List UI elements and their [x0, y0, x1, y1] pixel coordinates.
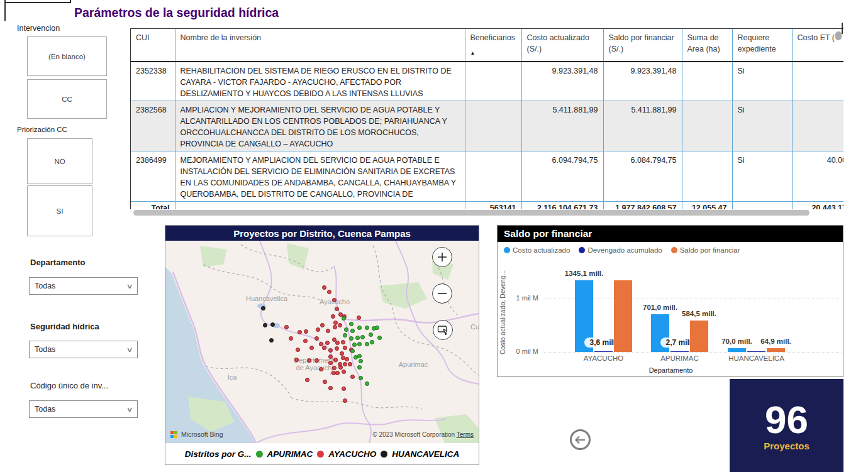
map-dot-apurimac[interactable] — [359, 376, 363, 380]
map-canvas[interactable]: HuancavelicaAyacuchoDepartamento de Ayac… — [165, 241, 479, 443]
map-dot-apurimac[interactable] — [365, 326, 369, 330]
map-dot-ayacucho[interactable] — [332, 298, 337, 302]
map-dot-ayacucho[interactable] — [314, 336, 319, 341]
map-dot-ayacucho[interactable] — [326, 329, 330, 333]
map-dot-apurimac[interactable] — [377, 336, 382, 340]
table-row[interactable]: 2352338REHABILITACION DEL SISTEMA DE RIE… — [131, 62, 843, 101]
back-button[interactable] — [570, 429, 591, 450]
map-dot-apurimac[interactable] — [375, 326, 379, 330]
lasso-select-button[interactable] — [433, 320, 453, 340]
map-dot-apurimac[interactable] — [343, 333, 347, 338]
dropdown-codigo[interactable]: Todas ∨ — [29, 400, 138, 418]
map-dot-apurimac[interactable] — [350, 329, 355, 333]
map-dot-ayacucho[interactable] — [284, 325, 289, 329]
column-header[interactable]: CUI — [131, 29, 175, 62]
map-dot-huancavelica[interactable] — [263, 323, 267, 327]
slicer-option-cc[interactable]: CC — [27, 79, 107, 119]
map-dot-ayacucho[interactable] — [325, 341, 330, 345]
map-dot-apurimac[interactable] — [344, 327, 348, 332]
slicer-option-no[interactable]: NO — [27, 138, 92, 184]
map-dot-apurimac[interactable] — [355, 336, 360, 340]
map-legend-item[interactable]: AYACUCHO — [328, 449, 376, 459]
map-dot-ayacucho[interactable] — [348, 362, 352, 366]
horizontal-scrollbar[interactable] — [133, 210, 810, 216]
map-dot-apurimac[interactable] — [365, 381, 369, 386]
bar-devengado-acumulado[interactable] — [594, 351, 613, 352]
map-dot-ayacucho[interactable] — [342, 370, 346, 374]
map-dot-ayacucho[interactable] — [338, 365, 343, 370]
map-dot-ayacucho[interactable] — [335, 371, 340, 375]
map-dot-ayacucho[interactable] — [304, 329, 308, 334]
map-dot-ayacucho[interactable] — [328, 361, 333, 365]
map-dot-ayacucho[interactable] — [307, 358, 311, 363]
map-dot-ayacucho[interactable] — [309, 346, 314, 350]
bar-saldo-por-financiar[interactable] — [767, 348, 785, 352]
slicer-option-si[interactable]: SI — [27, 185, 92, 236]
column-header[interactable]: Requiere expediente — [732, 29, 792, 62]
bar-saldo-por-financiar[interactable] — [690, 321, 708, 352]
zoom-in-button[interactable] — [432, 247, 452, 267]
map-dot-ayacucho[interactable] — [333, 358, 338, 362]
map-dot-ayacucho[interactable] — [316, 327, 320, 332]
map-dot-apurimac[interactable] — [360, 335, 365, 339]
map-dot-apurimac[interactable] — [352, 343, 357, 347]
map-dot-huancavelica[interactable] — [269, 338, 274, 343]
map-dot-ayacucho[interactable] — [328, 348, 333, 353]
bar-saldo-por-financiar[interactable] — [614, 280, 632, 352]
map-dot-ayacucho[interactable] — [305, 378, 309, 382]
map-dot-ayacucho[interactable] — [294, 358, 299, 362]
map-dot-ayacucho[interactable] — [338, 323, 342, 327]
dropdown-departamento[interactable]: Todas ∨ — [29, 277, 138, 295]
map-dot-ayacucho[interactable] — [341, 340, 345, 344]
map-dot-apurimac[interactable] — [357, 354, 362, 358]
map-dot-ayacucho[interactable] — [296, 348, 300, 352]
map-dot-ayacucho[interactable] — [343, 398, 347, 403]
slicer-option-en-blanco[interactable]: (En blanco) — [27, 36, 107, 76]
map-dot-apurimac[interactable] — [359, 359, 363, 363]
bar-devengado-acumulado[interactable] — [747, 351, 765, 352]
map-dot-ayacucho[interactable] — [298, 330, 302, 334]
column-header[interactable]: Saldo por financiar (S/.) — [603, 29, 682, 62]
map-dot-apurimac[interactable] — [357, 326, 362, 330]
map-dot-ayacucho[interactable] — [320, 323, 325, 327]
terms-link[interactable]: Terms — [457, 431, 474, 438]
map-dot-ayacucho[interactable] — [357, 316, 361, 320]
bar-devengado-acumulado[interactable] — [670, 351, 689, 352]
vertical-scrollbar[interactable] — [835, 31, 842, 40]
column-header[interactable]: Suma de Area (ha) — [682, 29, 732, 62]
map-dot-ayacucho[interactable] — [332, 366, 337, 370]
map-dot-ayacucho[interactable] — [340, 351, 344, 356]
map-dot-ayacucho[interactable] — [328, 386, 333, 390]
map-dot-ayacucho[interactable] — [319, 367, 323, 371]
map-dot-ayacucho[interactable] — [335, 341, 340, 345]
map-legend-item[interactable]: HUANCAVELICA — [392, 449, 459, 459]
map-dot-ayacucho[interactable] — [343, 346, 347, 350]
map-dot-apurimac[interactable] — [357, 342, 362, 346]
map-dot-apurimac[interactable] — [369, 332, 373, 337]
map-dot-ayacucho[interactable] — [335, 346, 339, 351]
map-dot-ayacucho[interactable] — [303, 339, 308, 343]
map-dot-apurimac[interactable] — [350, 349, 355, 353]
table-row[interactable]: 2382568AMPLIACION Y MEJORAMIENTO DEL SER… — [131, 101, 843, 151]
map-dot-huancavelica[interactable] — [270, 322, 275, 327]
map-dot-ayacucho[interactable] — [345, 357, 349, 361]
map-dot-ayacucho[interactable] — [314, 358, 319, 363]
zoom-out-button[interactable] — [432, 283, 452, 304]
map-dot-ayacucho[interactable] — [333, 325, 337, 329]
map-dot-ayacucho[interactable] — [350, 375, 355, 379]
map-dot-apurimac[interactable] — [365, 342, 369, 346]
map-dot-ayacucho[interactable] — [335, 307, 339, 311]
column-header[interactable]: Nombre de la inversión — [175, 29, 465, 62]
map-dot-apurimac[interactable] — [349, 336, 353, 341]
map-dot-ayacucho[interactable] — [333, 321, 338, 325]
map-dot-ayacucho[interactable] — [328, 354, 333, 359]
map-dot-apurimac[interactable] — [349, 322, 353, 326]
map-dot-ayacucho[interactable] — [322, 285, 326, 290]
map-dot-ayacucho[interactable] — [322, 346, 326, 350]
map-dot-ayacucho[interactable] — [289, 336, 293, 341]
map-dot-apurimac[interactable] — [370, 340, 374, 344]
map-legend-item[interactable]: APURIMAC — [267, 449, 313, 459]
map-dot-huancavelica[interactable] — [261, 306, 265, 310]
map-dot-ayacucho[interactable] — [323, 380, 327, 384]
map-dot-ayacucho[interactable] — [343, 362, 347, 366]
